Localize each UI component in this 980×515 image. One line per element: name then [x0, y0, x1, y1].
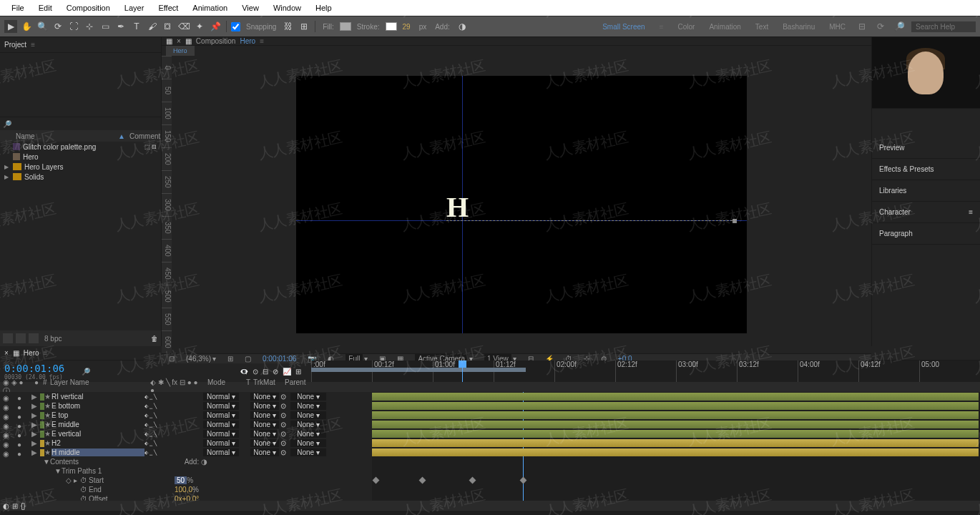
- effects-presets-panel[interactable]: Effects & Presets: [872, 159, 980, 180]
- layer-bar[interactable]: [372, 411, 979, 419]
- menu-edit[interactable]: Edit: [31, 1, 59, 14]
- current-time[interactable]: 0:00:01:06: [4, 363, 64, 374]
- layer-bar[interactable]: [372, 448, 979, 456]
- project-item[interactable]: ▶ Solids: [0, 172, 161, 182]
- new-comp-icon[interactable]: [29, 333, 39, 343]
- menu-animation[interactable]: Animation: [185, 1, 235, 14]
- shape-letter[interactable]: H: [446, 190, 484, 224]
- rotation-tool-icon[interactable]: ⟳: [52, 20, 64, 33]
- hand-tool-icon[interactable]: ✋: [20, 20, 33, 33]
- keyframe[interactable]: [520, 477, 527, 484]
- type-tool-icon[interactable]: T: [130, 20, 143, 33]
- layer-bar[interactable]: [372, 393, 979, 401]
- layer-row[interactable]: ◉● ▶ ★RI vertical ⬖ ⎯ ╲ Normal ▾ None ▾⊙…: [0, 392, 372, 401]
- stroke-width[interactable]: 29: [400, 23, 413, 31]
- timeline-search-icon[interactable]: 🔎: [82, 368, 90, 376]
- menu-composition[interactable]: Composition: [59, 1, 117, 14]
- alpha-toggle-icon[interactable]: ⊡: [166, 355, 177, 363]
- canvas[interactable]: H: [172, 56, 871, 353]
- trash-icon[interactable]: 🗑: [151, 335, 158, 343]
- menu-view[interactable]: View: [235, 1, 266, 14]
- pen-tool-icon[interactable]: ✒: [114, 20, 127, 33]
- timeline-comp-icon[interactable]: ▦: [13, 349, 19, 357]
- fill-swatch[interactable]: [340, 22, 351, 31]
- panel-basharinu[interactable]: Basharinu: [778, 23, 819, 31]
- search-help-input[interactable]: [911, 21, 976, 32]
- libraries-panel[interactable]: Libraries: [872, 180, 980, 202]
- panel-animation[interactable]: Animation: [705, 23, 745, 31]
- footage-view-icon[interactable]: ▦: [185, 37, 192, 45]
- project-item[interactable]: Hero: [0, 152, 161, 162]
- brush-tool-icon[interactable]: 🖌: [146, 20, 159, 33]
- layer-row[interactable]: ◉● ▶ ★H2 ⬖ ⎯ ╲ Normal ▾ None ▾⊙ None ▾: [0, 438, 372, 448]
- camera-tool-icon[interactable]: ⛶: [67, 20, 80, 33]
- character-panel[interactable]: Character≡: [872, 202, 980, 223]
- puppet-tool-icon[interactable]: 📌: [209, 20, 222, 33]
- layer-row[interactable]: ◉● ▶ ★E vertical ⬖ ⎯ ╲ Normal ▾ None ▾⊙ …: [0, 429, 372, 438]
- layer-bar[interactable]: [372, 402, 979, 410]
- snap-opt2-icon[interactable]: ⊞: [298, 20, 310, 33]
- interpret-footage-icon[interactable]: [3, 333, 13, 343]
- panel-color[interactable]: Color: [673, 23, 699, 31]
- menu-help[interactable]: Help: [308, 1, 339, 14]
- flowchart-tab[interactable]: Hero: [166, 46, 195, 56]
- sync-icon[interactable]: ⟳: [874, 20, 887, 33]
- layer-row[interactable]: ◉● ▶ ★E middle ⬖ ⎯ ╲ Normal ▾ None ▾⊙ No…: [0, 420, 372, 429]
- search-icon[interactable]: 🔎: [3, 120, 11, 128]
- layer-row[interactable]: ◉● ▶ ★H middle ⬖ ⎯ ╲ Normal ▾ None ▾⊙ No…: [0, 448, 372, 457]
- menu-window[interactable]: Window: [266, 1, 308, 14]
- zoom-tool-icon[interactable]: 🔍: [36, 20, 49, 33]
- menu-layer[interactable]: Layer: [117, 1, 152, 14]
- mask-toggle-icon[interactable]: ▢: [242, 355, 254, 363]
- selection-bbox[interactable]: [446, 220, 732, 221]
- grid-icon[interactable]: ⊞: [225, 355, 236, 363]
- graph-editor-icon[interactable]: 📈: [283, 368, 291, 376]
- render-queue-icon[interactable]: ×: [4, 349, 9, 357]
- toggle-inout-icon[interactable]: {}: [21, 502, 26, 510]
- project-item[interactable]: Glitch color palette.png ⬚ ⊟: [0, 142, 161, 152]
- panel-mhc[interactable]: MHC: [825, 23, 850, 31]
- layer-row[interactable]: ◉● ▶ ★E bottom ⬖ ⎯ ╲ Normal ▾ None ▾⊙ No…: [0, 401, 372, 411]
- menu-file[interactable]: File: [4, 1, 31, 14]
- stroke-swatch[interactable]: [386, 22, 397, 31]
- layer-bar[interactable]: [372, 439, 979, 447]
- toggle-switches-icon[interactable]: ◐: [3, 502, 9, 510]
- roto-tool-icon[interactable]: ✦: [193, 20, 206, 33]
- layer-row[interactable]: ◉● ▶ ★E top ⬖ ⎯ ╲ Normal ▾ None ▾⊙ None …: [0, 411, 372, 420]
- toggle-modes-icon[interactable]: ⊞: [12, 502, 18, 510]
- panel-text[interactable]: Text: [751, 23, 773, 31]
- new-folder-icon[interactable]: [16, 333, 26, 343]
- brainstorm-icon[interactable]: ⊞: [295, 368, 301, 376]
- preview-timecode[interactable]: 0:00:01:06: [260, 355, 299, 363]
- snap-opt-icon[interactable]: ⛓: [282, 20, 295, 33]
- paragraph-panel[interactable]: Paragraph: [872, 223, 980, 245]
- bpc-label[interactable]: 8 bpc: [41, 335, 64, 343]
- rect-tool-icon[interactable]: ▭: [99, 20, 112, 33]
- pan-behind-tool-icon[interactable]: ⊹: [83, 20, 96, 33]
- preview-panel[interactable]: Preview: [872, 137, 980, 159]
- frame-blend-icon[interactable]: ⊟: [263, 368, 268, 376]
- project-tab[interactable]: Project: [4, 41, 26, 49]
- current-time-indicator[interactable]: [462, 360, 463, 382]
- comp-tab-label[interactable]: Composition: [196, 37, 236, 45]
- selection-tool-icon[interactable]: ▶: [4, 20, 17, 33]
- motion-blur-icon[interactable]: ⊘: [273, 368, 278, 376]
- clone-tool-icon[interactable]: ⛋: [162, 20, 175, 33]
- project-item[interactable]: ▶ Hero Layers: [0, 162, 161, 172]
- collapse-icon[interactable]: ⊙: [253, 368, 258, 376]
- cc-icon[interactable]: ⊟: [856, 20, 868, 33]
- menu-effect[interactable]: Effect: [151, 1, 185, 14]
- shy-icon[interactable]: 👁‍🗨: [240, 368, 248, 376]
- layer-view-icon[interactable]: ▦: [166, 37, 172, 45]
- timeline-tab[interactable]: Hero: [24, 349, 39, 357]
- work-area[interactable]: [311, 368, 526, 372]
- eraser-tool-icon[interactable]: ⌫: [177, 20, 190, 33]
- keyframe[interactable]: [419, 477, 426, 484]
- keyframe[interactable]: [373, 477, 380, 484]
- add-menu-icon[interactable]: ◑: [456, 20, 469, 33]
- keyframe[interactable]: [469, 477, 476, 484]
- magnification-dropdown[interactable]: (46,3%) ▾: [183, 355, 219, 363]
- workspace-dropdown[interactable]: Small Screen: [598, 23, 649, 31]
- layer-bar[interactable]: [372, 430, 979, 438]
- snapping-checkbox[interactable]: [231, 22, 240, 31]
